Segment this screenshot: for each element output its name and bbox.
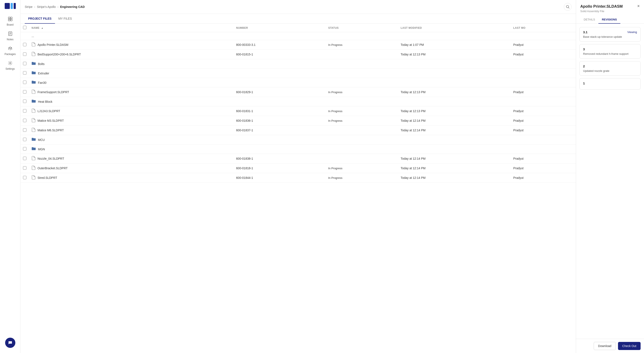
row-checkbox-cell[interactable]	[20, 135, 29, 144]
row-checkbox-cell[interactable]	[20, 164, 29, 173]
table-row[interactable]: MCU	[20, 135, 576, 144]
table-row[interactable]: Heat Block	[20, 97, 576, 106]
chat-button[interactable]	[5, 338, 15, 348]
sidebar-item-packages-label: Packages	[4, 53, 16, 56]
table-row[interactable]: LJ12A3.SLDPRT 600-01831-1 In Progress To…	[20, 106, 576, 116]
col-last-modified[interactable]: LAST MODIFIED	[398, 24, 511, 32]
row-name: Extruder	[38, 72, 49, 75]
row-checkbox-cell[interactable]	[20, 97, 29, 106]
row-checkbox-cell[interactable]	[20, 144, 29, 154]
tab-my-files[interactable]: MY FILES	[55, 14, 76, 24]
breadcrumb: Stripe › Stripe's Apollo › Engineering C…	[25, 5, 84, 8]
row-checkbox-cell[interactable]	[20, 106, 29, 116]
row-name: Fan30	[38, 81, 46, 84]
row-checkbox[interactable]	[23, 119, 26, 122]
row-last-mo: Pradyut	[510, 106, 576, 116]
checkout-button[interactable]: Check Out	[618, 342, 640, 350]
sidebar-item-settings[interactable]: Settings	[2, 58, 18, 72]
col-number[interactable]: NUMBER	[234, 24, 326, 32]
sidebar-item-board[interactable]: Board	[2, 14, 18, 28]
row-checkbox-cell[interactable]	[20, 50, 29, 59]
row-checkbox[interactable]	[23, 109, 26, 112]
table-row[interactable]: Stred.SLDPRT 600-01844-1 In Progress Tod…	[20, 173, 576, 183]
row-checkbox-cell[interactable]	[20, 116, 29, 126]
revision-card[interactable]: 3 Removed redundant h-frame support	[580, 44, 640, 58]
row-last-mo: Pradyut	[510, 154, 576, 164]
svg-rect-4	[10, 17, 12, 19]
revision-description: Base stack-up tolerance update	[583, 35, 637, 38]
row-status: In Progress	[326, 173, 398, 183]
col-last-mo[interactable]: LAST MO	[510, 24, 576, 32]
app-logo[interactable]	[5, 2, 16, 10]
row-checkbox[interactable]	[23, 71, 26, 74]
folder-icon	[32, 80, 36, 85]
row-checkbox[interactable]	[23, 157, 26, 160]
revision-card[interactable]: 1	[580, 78, 640, 90]
row-number: 800-00333-3.1	[234, 40, 326, 50]
row-name-cell: Extruder	[29, 69, 234, 78]
row-checkbox-cell[interactable]	[20, 69, 29, 78]
panel-close-button[interactable]: ×	[637, 4, 640, 8]
row-name: Matice M3.SLDPRT	[38, 119, 64, 122]
panel-tab-details[interactable]: DETAILS	[580, 16, 598, 24]
row-checkbox[interactable]	[23, 62, 26, 65]
row-name: BedSupport200×200×6.SLDPRT	[38, 53, 81, 56]
table-row[interactable]: BedSupport200×200×6.SLDPRT 600-01815-1 T…	[20, 50, 576, 59]
table-row[interactable]: MGN	[20, 144, 576, 154]
row-checkbox[interactable]	[23, 52, 26, 56]
revision-card[interactable]: 3.1 Viewing Base stack-up tolerance upda…	[580, 27, 640, 42]
folder-icon	[32, 99, 36, 104]
row-checkbox[interactable]	[23, 128, 26, 132]
file-icon	[32, 156, 36, 161]
row-name: MCU	[38, 138, 45, 142]
row-checkbox-cell[interactable]	[20, 78, 29, 88]
table-row[interactable]: Apollo Printer.SLDASM 800-00333-3.1 In P…	[20, 40, 576, 50]
table-row[interactable]: Bolts	[20, 59, 576, 69]
row-checkbox-cell[interactable]	[20, 154, 29, 164]
table-row[interactable]: Nozzle_04.SLDPRT 600-01838-1 Today at 12…	[20, 154, 576, 164]
row-last-modified: Today at 12:14 PM	[398, 164, 511, 173]
row-checkbox[interactable]	[23, 138, 26, 141]
row-status	[326, 135, 398, 144]
table-row[interactable]: FrameSupport.SLDPRT 600-01829-1 In Progr…	[20, 88, 576, 97]
row-name: Matice M6.SLDPRT	[38, 128, 64, 132]
search-button[interactable]	[564, 3, 572, 11]
revision-card[interactable]: 2 Updated nozzle grate	[580, 61, 640, 76]
row-checkbox[interactable]	[23, 43, 26, 46]
col-status[interactable]: STATUS	[326, 24, 398, 32]
table-row[interactable]: Matice M3.SLDPRT 600-01836-1 In Progress…	[20, 116, 576, 126]
breadcrumb-stripe[interactable]: Stripe	[25, 5, 32, 8]
row-status: In Progress	[326, 40, 398, 50]
row-last-modified: Today at 12:14 PM	[398, 154, 511, 164]
row-status: In Progress	[326, 106, 398, 116]
table-row[interactable]: Fan30	[20, 78, 576, 88]
breadcrumb-sep-2: ›	[58, 5, 58, 8]
row-name-cell: MCU	[29, 135, 234, 144]
row-checkbox-cell[interactable]	[20, 40, 29, 50]
download-button[interactable]: Download	[594, 342, 616, 350]
row-checkbox-cell[interactable]	[20, 126, 29, 135]
breadcrumb-current: Engineering CAD	[60, 5, 84, 8]
tab-project-files[interactable]: PROJECT FILES	[25, 14, 55, 24]
sidebar-item-notes[interactable]: Notes	[2, 29, 18, 43]
row-checkbox[interactable]	[23, 80, 26, 84]
row-checkbox-cell[interactable]	[20, 59, 29, 69]
row-checkbox[interactable]	[23, 166, 26, 170]
table-row[interactable]: Extruder	[20, 69, 576, 78]
row-checkbox[interactable]	[23, 90, 26, 94]
sidebar-item-packages[interactable]: Packages	[2, 44, 18, 58]
col-name[interactable]: NAME ▲	[29, 24, 234, 32]
row-checkbox[interactable]	[23, 147, 26, 150]
row-checkbox-cell[interactable]	[20, 173, 29, 183]
row-checkbox-cell[interactable]	[20, 88, 29, 97]
select-all-checkbox[interactable]	[23, 26, 26, 29]
row-checkbox[interactable]	[23, 100, 26, 103]
table-row[interactable]: Matice M6.SLDPRT 600-01837-1 Today at 12…	[20, 126, 576, 135]
row-number: 600-01844-1	[234, 173, 326, 183]
panel-tab-revisions[interactable]: REVISIONS	[598, 16, 620, 24]
row-checkbox[interactable]	[23, 176, 26, 179]
revision-number: 2	[583, 64, 585, 68]
table-row[interactable]: OuterBracket.SLDPRT 600-01818-1 In Progr…	[20, 164, 576, 173]
breadcrumb-apollo[interactable]: Stripe's Apollo	[37, 5, 56, 8]
select-all-col[interactable]	[20, 24, 29, 32]
